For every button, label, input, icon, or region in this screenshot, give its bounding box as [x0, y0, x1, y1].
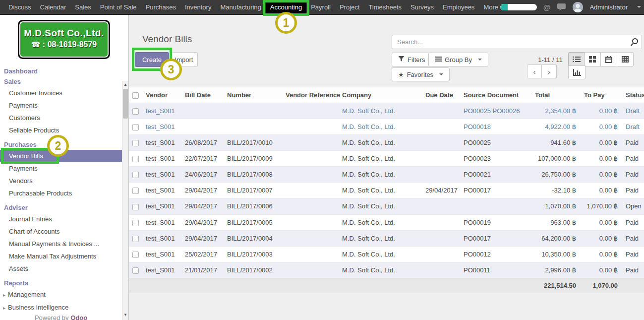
column-header-number[interactable]: Number [223, 87, 282, 103]
sidebar-item-sales[interactable]: Sales [0, 76, 122, 87]
cell-source[interactable] [460, 198, 531, 214]
row-checkbox[interactable] [132, 108, 139, 115]
cell-vendor[interactable]: test_S001 [142, 103, 181, 119]
sidebar-item-purchasable-products[interactable]: Purchasable Products [0, 187, 122, 199]
column-header-source-document[interactable]: Source Document [460, 87, 531, 103]
column-header-status[interactable]: Status [622, 87, 644, 103]
cell-vendor[interactable]: test_S001 [142, 151, 181, 167]
search-input[interactable] [392, 35, 642, 49]
odoo-brand-link[interactable]: Odoo [70, 314, 87, 320]
sidebar-item-reports[interactable]: Reports [0, 278, 122, 288]
sidebar-item-journal-entries[interactable]: Journal Entries [0, 213, 122, 225]
cell-vendor[interactable]: test_S001 [142, 119, 181, 135]
cell-source[interactable]: PO00019 [460, 214, 531, 230]
favorites-button[interactable]: ★ Favorites [392, 67, 450, 81]
nav-item-timesheets[interactable]: Timesheets [364, 0, 406, 14]
caret-right-icon[interactable]: ▸ [3, 292, 5, 298]
cell-vendor[interactable]: test_S001 [142, 198, 181, 214]
sidebar-item-payments[interactable]: Payments [0, 162, 122, 175]
sidebar-item-adviser[interactable]: Adviser [0, 202, 122, 213]
row-checkbox[interactable] [132, 267, 139, 274]
row-checkbox[interactable] [132, 204, 139, 210]
sidebar-item-manual-payments-invoices[interactable]: Manual Payments & Invoices ... [0, 238, 122, 250]
column-header-company[interactable]: Company [338, 87, 421, 103]
table-row[interactable]: test_S00125/02/2017BILL/2017/0003M.D. So… [129, 246, 644, 262]
sidebar-item-sellable-products[interactable]: Sellable Products [0, 124, 122, 136]
row-checkbox[interactable] [132, 188, 139, 194]
pivot-view-button[interactable] [617, 52, 634, 66]
cell-source[interactable]: PO00018 [460, 119, 531, 135]
sidebar-item-business-intelligence[interactable]: ▸Business Intelligence [0, 301, 122, 314]
pager-previous-button[interactable]: ‹ [527, 64, 542, 78]
column-header-total[interactable]: Total [531, 87, 580, 103]
mentions-icon[interactable]: @ [543, 3, 551, 11]
row-checkbox[interactable] [132, 220, 139, 226]
nav-item-point-of-sale[interactable]: Point of Sale [96, 0, 141, 14]
row-checkbox[interactable] [132, 140, 139, 146]
nav-item-inventory[interactable]: Inventory [180, 0, 216, 14]
row-checkbox[interactable] [132, 236, 139, 242]
sidebar-item-customers[interactable]: Customers [0, 112, 122, 124]
column-header-to-pay[interactable]: To Pay [580, 87, 622, 103]
group-by-button[interactable]: Group By [428, 53, 488, 66]
table-row[interactable]: test_S001M.D. Soft Co., Ltd.PO00025 PO00… [129, 103, 644, 119]
cell-source[interactable]: PO00023 [460, 151, 531, 167]
nav-item-surveys[interactable]: Surveys [406, 0, 438, 14]
table-row[interactable]: test_S00126/08/2017BILL/2017/0010M.D. So… [129, 135, 644, 151]
table-row[interactable]: test_S00121/01/2017BILL/2017/0002M.D. So… [129, 262, 644, 278]
cell-source[interactable]: PO00025 PO00026 [460, 103, 531, 119]
messages-icon[interactable] [557, 3, 566, 11]
column-header-due-date[interactable]: Due Date [421, 87, 460, 103]
nav-item-calendar[interactable]: Calendar [36, 0, 71, 14]
sidebar-item-vendors[interactable]: Vendors [0, 175, 122, 187]
pager-next-button[interactable]: › [542, 64, 557, 78]
search-icon[interactable] [630, 38, 639, 49]
sidebar-item-customer-invoices[interactable]: Customer Invoices [0, 87, 122, 99]
sidebar-item-management[interactable]: ▸Management [0, 288, 122, 301]
scroll-down-icon[interactable]: ▼ [122, 313, 128, 317]
table-row[interactable]: test_S00124/06/2017BILL/2017/0008M.D. So… [129, 167, 644, 183]
sidebar-item-assets[interactable]: Assets [0, 262, 122, 275]
nav-item-employees[interactable]: Employees [438, 0, 479, 14]
scroll-up-icon[interactable]: ▲ [122, 82, 128, 87]
graph-view-button[interactable] [568, 65, 585, 79]
table-row[interactable]: test_S00129/04/2017BILL/2017/0005M.D. So… [129, 214, 644, 230]
table-row[interactable]: test_S00129/04/2017BILL/2017/0007M.D. So… [129, 183, 644, 198]
table-row[interactable]: test_S001M.D. Soft Co., Ltd.PO000184,922… [129, 119, 644, 135]
sidebar-item-payments[interactable]: Payments [0, 99, 122, 112]
table-row[interactable]: test_S00129/04/2017BILL/2017/0006M.D. So… [129, 198, 644, 214]
nav-item-project[interactable]: Project [335, 0, 364, 14]
nav-item-purchases[interactable]: Purchases [141, 0, 180, 14]
cell-source[interactable]: PO00017 [460, 230, 531, 246]
cell-vendor[interactable]: test_S001 [142, 183, 181, 198]
column-header-vendor[interactable]: Vendor [142, 87, 181, 103]
cell-source[interactable]: PO00012 [460, 246, 531, 262]
cell-vendor[interactable]: test_S001 [142, 230, 181, 246]
table-row[interactable]: test_S00129/04/2017BILL/2017/0004M.D. So… [129, 230, 644, 246]
nav-item-discuss[interactable]: Discuss [4, 0, 36, 14]
nav-item-sales[interactable]: Sales [70, 0, 96, 14]
cell-vendor[interactable]: test_S001 [142, 262, 181, 278]
user-menu[interactable]: Administrator [589, 3, 628, 11]
cell-source[interactable]: PO00017 [460, 183, 531, 198]
row-checkbox[interactable] [132, 124, 139, 130]
cell-vendor[interactable]: test_S001 [142, 246, 181, 262]
planner-progress-bar[interactable] [500, 4, 537, 10]
cell-source[interactable]: PO00011 [460, 262, 531, 278]
cell-vendor[interactable]: test_S001 [142, 135, 181, 151]
caret-right-icon[interactable]: ▸ [3, 305, 5, 311]
nav-item-manufacturing[interactable]: Manufacturing [216, 0, 265, 14]
cell-source[interactable]: PO00025 [460, 135, 531, 151]
list-view-button[interactable] [568, 52, 585, 66]
sidebar-item-make-manual-tax-adjustments[interactable]: Make Manual Tax Adjustments [0, 250, 122, 262]
table-row[interactable]: test_S00122/07/2017BILL/2017/0009M.D. So… [129, 151, 644, 167]
column-header-bill-date[interactable]: Bill Date [181, 87, 223, 103]
scrollbar-thumb[interactable] [123, 89, 128, 119]
sidebar-item-dashboard[interactable]: Dashboard [0, 66, 122, 76]
select-all-checkbox[interactable] [132, 92, 139, 99]
cell-vendor[interactable]: test_S001 [142, 167, 181, 183]
column-header-vendor-reference[interactable]: Vendor Reference [282, 87, 338, 103]
nav-item-payroll[interactable]: Payroll [306, 0, 335, 14]
row-checkbox[interactable] [132, 172, 139, 178]
sidebar-scrollbar[interactable]: ▲ ▼ [122, 81, 128, 320]
